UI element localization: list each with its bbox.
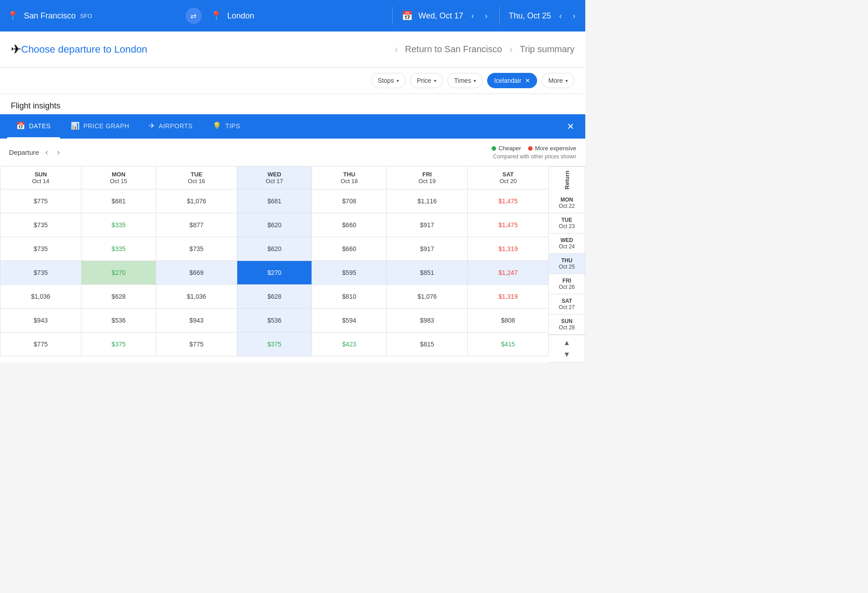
departure-next-button[interactable]: ›	[54, 146, 63, 159]
tab-airports[interactable]: ✈ AIRPORTS	[140, 114, 202, 139]
return-prev-button[interactable]: ▲	[563, 339, 570, 347]
icelandair-remove-button[interactable]: ✕	[523, 77, 530, 84]
col-header-thu: THUOct 18	[312, 166, 387, 189]
price-cell[interactable]: $335	[81, 213, 156, 237]
stops-filter[interactable]: Stops ▾	[371, 73, 406, 88]
grid-controls: Departure ‹ › Cheaper More expensive Com…	[0, 139, 585, 166]
return-nav: ▲ ▼	[549, 335, 585, 362]
price-cell[interactable]: $595	[312, 261, 387, 285]
price-cell[interactable]: $660	[312, 213, 387, 237]
price-cell[interactable]: $917	[387, 213, 468, 237]
price-cell[interactable]: $1,475	[468, 213, 549, 237]
price-cell[interactable]: $735	[0, 261, 81, 285]
tab-tips[interactable]: 💡 TIPS	[203, 114, 249, 139]
date-from-prev[interactable]: ‹	[469, 9, 477, 22]
tabs-close-button[interactable]: ✕	[563, 117, 578, 135]
price-cell[interactable]: $1,475	[468, 189, 549, 213]
price-cell[interactable]: $943	[0, 309, 81, 332]
col-header-mon: MONOct 15	[81, 166, 156, 189]
table-row: $735$270$669$270$595$851$1,247	[0, 261, 549, 285]
price-cell[interactable]: $270	[81, 261, 156, 285]
times-filter[interactable]: Times ▾	[448, 73, 483, 88]
price-cell[interactable]: $1,076	[387, 285, 468, 309]
swap-icon: ⇄	[190, 12, 196, 20]
col-header-sat: SATOct 20	[468, 166, 549, 189]
price-cell[interactable]: $1,319	[468, 285, 549, 309]
departure-label: Departure ‹ ›	[9, 146, 63, 159]
price-cell[interactable]: $1,076	[156, 189, 237, 213]
price-cell[interactable]: $1,036	[156, 285, 237, 309]
price-cell[interactable]: $877	[156, 213, 237, 237]
price-cell[interactable]: $808	[468, 309, 549, 332]
return-date-cell[interactable]: SUNOct 28	[549, 314, 585, 335]
table-row: $1,036$628$1,036$628$810$1,076$1,319	[0, 285, 549, 309]
return-date-cell[interactable]: TUEOct 23	[549, 213, 585, 234]
return-date-cell[interactable]: SATOct 27	[549, 294, 585, 314]
price-cell[interactable]: $681	[237, 189, 312, 213]
breadcrumb: ✈ Choose departure to London › Return to…	[0, 31, 585, 67]
price-cell[interactable]: $917	[387, 237, 468, 261]
price-cell[interactable]: $1,116	[387, 189, 468, 213]
price-cell[interactable]: $270	[237, 261, 312, 285]
tab-dates[interactable]: 📅 DATES	[7, 114, 60, 139]
tab-price-graph[interactable]: 📊 PRICE GRAPH	[62, 114, 138, 139]
price-cell[interactable]: $983	[387, 309, 468, 332]
stops-label: Stops	[378, 77, 394, 84]
stops-chevron: ▾	[397, 78, 399, 83]
price-cell[interactable]: $375	[237, 332, 312, 356]
price-cell[interactable]: $775	[0, 189, 81, 213]
price-cell[interactable]: $810	[312, 285, 387, 309]
price-cell[interactable]: $735	[0, 237, 81, 261]
date-from-next[interactable]: ›	[482, 9, 490, 22]
price-cell[interactable]: $775	[156, 332, 237, 356]
step3-label[interactable]: Trip summary	[520, 44, 574, 54]
step2-label[interactable]: Return to San Francisco	[405, 44, 502, 54]
price-table: SUNOct 14MONOct 15TUEOct 16WEDOct 17THUO…	[0, 166, 549, 356]
price-cell[interactable]: $669	[156, 261, 237, 285]
price-cell[interactable]: $815	[387, 332, 468, 356]
times-label: Times	[454, 77, 471, 84]
price-cell[interactable]: $620	[237, 213, 312, 237]
price-cell[interactable]: $708	[312, 189, 387, 213]
return-next-button[interactable]: ▼	[563, 350, 570, 359]
icelandair-filter[interactable]: Icelandair ✕	[487, 73, 537, 88]
step1-label[interactable]: Choose departure to London	[21, 44, 387, 55]
price-cell[interactable]: $423	[312, 332, 387, 356]
price-cell[interactable]: $1,036	[0, 285, 81, 309]
price-cell[interactable]: $943	[156, 309, 237, 332]
return-date-cell[interactable]: THUOct 25	[549, 254, 585, 274]
price-cell[interactable]: $681	[81, 189, 156, 213]
price-cell[interactable]: $620	[237, 237, 312, 261]
times-chevron: ▾	[474, 78, 476, 83]
price-cell[interactable]: $851	[387, 261, 468, 285]
price-cell[interactable]: $375	[81, 332, 156, 356]
more-label: More	[548, 77, 563, 84]
date-to-prev[interactable]: ‹	[556, 9, 565, 22]
more-filter[interactable]: More ▾	[542, 73, 574, 88]
date-to-next[interactable]: ›	[570, 9, 578, 22]
price-cell[interactable]: $536	[81, 309, 156, 332]
price-cell[interactable]: $594	[312, 309, 387, 332]
return-date-cell[interactable]: FRIOct 26	[549, 274, 585, 294]
price-cell[interactable]: $1,247	[468, 261, 549, 285]
price-cell[interactable]: $628	[237, 285, 312, 309]
price-cell[interactable]: $628	[81, 285, 156, 309]
return-date-cell[interactable]: MONOct 22	[549, 193, 585, 213]
price-cell[interactable]: $735	[156, 237, 237, 261]
price-cell[interactable]: $775	[0, 332, 81, 356]
insights-title: Flight insights	[11, 101, 60, 110]
price-cell[interactable]: $1,319	[468, 237, 549, 261]
swap-button[interactable]: ⇄	[185, 8, 202, 24]
dates-label: DATES	[29, 122, 51, 130]
price-cell[interactable]: $536	[237, 309, 312, 332]
price-filter[interactable]: Price ▾	[410, 73, 443, 88]
departure-prev-button[interactable]: ‹	[43, 146, 51, 159]
price-cell[interactable]: $660	[312, 237, 387, 261]
tabs-bar: 📅 DATES 📊 PRICE GRAPH ✈ AIRPORTS 💡 TIPS …	[0, 114, 585, 139]
price-cell[interactable]: $415	[468, 332, 549, 356]
origin-city: San Francisco	[24, 11, 76, 21]
price-cell[interactable]: $735	[0, 213, 81, 237]
origin-location: San Francisco SFO	[24, 11, 180, 21]
price-cell[interactable]: $335	[81, 237, 156, 261]
return-date-cell[interactable]: WEDOct 24	[549, 234, 585, 254]
